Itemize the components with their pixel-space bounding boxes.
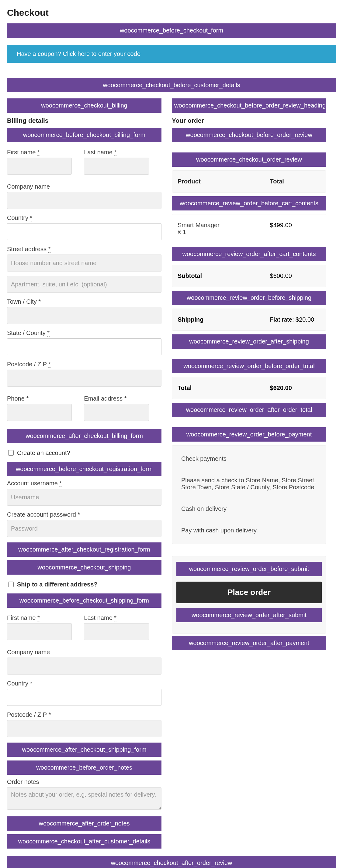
shipping-label: Shipping (172, 309, 264, 331)
billing-heading: Billing details (7, 117, 162, 124)
ship-different-label: Ship to a different address? (17, 581, 97, 588)
hook-review-before-shipping: woocommerce_review_order_before_shipping (172, 291, 326, 305)
billing-postcode-input[interactable] (7, 370, 162, 386)
subtotal-value: $600.00 (264, 265, 326, 287)
hook-checkout-billing: woocommerce_checkout_billing (7, 98, 162, 113)
account-password-input[interactable] (7, 520, 162, 537)
hook-before-billing-form: woocommerce_before_checkout_billing_form (7, 128, 162, 142)
place-order-button[interactable]: Place order (176, 582, 322, 603)
create-account-check-input[interactable] (8, 450, 14, 456)
billing-company-label: Company name (7, 183, 162, 190)
hook-before-registration-form: woocommerce_before_checkout_registration… (7, 462, 162, 476)
product-total: $499.00 (264, 214, 326, 243)
th-product: Product (172, 171, 264, 192)
hook-after-registration-form: woocommerce_after_checkout_registration_… (7, 542, 162, 557)
hook-before-shipping-form: woocommerce_before_checkout_shipping_for… (7, 593, 162, 608)
hook-before-order-review: woocommerce_checkout_before_order_review (172, 128, 326, 142)
billing-postcode-label: Postcode / ZIP * (7, 361, 162, 368)
th-total: Total (264, 171, 326, 192)
billing-address2-input[interactable] (7, 276, 162, 293)
shipping-last-name-input[interactable] (84, 623, 149, 640)
hook-checkout-shipping: woocommerce_checkout_shipping (7, 560, 162, 575)
billing-street-label: Street address * (7, 246, 162, 253)
billing-city-label: Town / City * (7, 298, 162, 305)
order-total-row: Total $620.00 (172, 377, 326, 399)
billing-last-name-input[interactable] (84, 158, 149, 175)
order-heading: Your order (172, 117, 326, 124)
shipping-country-input[interactable] (7, 689, 162, 706)
hook-before-order-notes: woocommerce_before_order_notes (7, 761, 162, 775)
shipping-postcode-input[interactable] (7, 720, 162, 737)
payment-cod-title[interactable]: Cash on delivery (172, 498, 326, 520)
hook-review-after-cart-contents: woocommerce_review_order_after_cart_cont… (172, 247, 326, 261)
billing-email-label: Email address * (84, 395, 149, 402)
shipping-first-name-input[interactable] (7, 623, 72, 640)
coupon-notice[interactable]: Have a coupon? Click here to enter your … (7, 45, 336, 63)
hook-review-after-order-total: woocommerce_review_order_after_order_tot… (172, 403, 326, 417)
hook-before-checkout-form: woocommerce_before_checkout_form (7, 23, 336, 38)
account-username-input[interactable] (7, 489, 162, 506)
shipping-company-label: Company name (7, 649, 162, 656)
payment-cod-desc: Pay with cash upon delivery. (172, 520, 326, 541)
billing-phone-input[interactable] (7, 404, 72, 421)
billing-phone-label: Phone * (7, 395, 72, 402)
hook-review-before-payment: woocommerce_review_order_before_payment (172, 427, 326, 442)
hook-checkout-after-order-review: woocommerce_checkout_after_order_review (7, 856, 336, 868)
create-account-checkbox[interactable]: Create an account? (7, 449, 162, 457)
order-subtotal-row: Subtotal $600.00 (172, 265, 326, 287)
hook-review-before-cart-contents: woocommerce_review_order_before_cart_con… (172, 196, 326, 211)
hook-before-customer-details: woocommerce_checkout_before_customer_det… (7, 78, 336, 92)
hook-review-after-payment: woocommerce_review_order_after_payment (172, 636, 326, 650)
order-item-row: Smart Manager × 1 $499.00 (172, 214, 326, 243)
payment-check-title[interactable]: Check payments (172, 448, 326, 469)
shipping-country-label: Country * (7, 680, 162, 687)
billing-first-name-label: First name * (7, 149, 72, 156)
billing-state-input[interactable] (7, 338, 162, 355)
hook-after-order-notes: woocommerce_after_order_notes (7, 816, 162, 831)
hook-review-before-submit: woocommerce_review_order_before_submit (176, 562, 322, 576)
billing-address1-input[interactable] (7, 254, 162, 272)
shipping-first-name-label: First name * (7, 614, 72, 621)
total-label: Total (172, 377, 264, 399)
billing-company-input[interactable] (7, 192, 162, 209)
order-notes-input[interactable] (7, 787, 162, 810)
ship-different-checkbox[interactable]: Ship to a different address? (7, 581, 162, 588)
account-username-label: Account username * (7, 480, 162, 487)
payment-methods: Check payments Please send a check to St… (172, 445, 326, 544)
ship-different-check-input[interactable] (8, 582, 14, 587)
shipping-value: Flat rate: $20.00 (264, 309, 326, 331)
total-value: $620.00 (264, 377, 326, 399)
billing-city-input[interactable] (7, 307, 162, 324)
billing-state-label: State / County * (7, 330, 162, 337)
billing-first-name-input[interactable] (7, 158, 72, 175)
hook-after-billing-form: woocommerce_after_checkout_billing_form (7, 429, 162, 443)
hook-review-after-shipping: woocommerce_review_order_after_shipping (172, 334, 326, 349)
order-notes-label: Order notes (7, 778, 162, 785)
account-password-label: Create account password * (7, 511, 162, 518)
billing-email-input[interactable] (84, 404, 149, 421)
order-table-header: Product Total (172, 170, 326, 192)
subtotal-label: Subtotal (172, 265, 264, 287)
hook-after-customer-details: woocommerce_checkout_after_customer_deta… (7, 834, 162, 848)
product-qty: × 1 (178, 229, 259, 236)
hook-review-before-order-total: woocommerce_review_order_before_order_to… (172, 359, 326, 373)
billing-country-input[interactable] (7, 223, 162, 240)
hook-before-order-review-heading: woocommerce_checkout_before_order_review… (172, 98, 326, 113)
hook-after-shipping-form: woocommerce_after_checkout_shipping_form (7, 743, 162, 757)
shipping-company-input[interactable] (7, 657, 162, 675)
billing-country-label: Country * (7, 214, 162, 221)
submit-area: woocommerce_review_order_before_submit P… (172, 556, 326, 633)
hook-order-review: woocommerce_checkout_order_review (172, 152, 326, 167)
payment-check-desc: Please send a check to Store Name, Store… (172, 469, 326, 498)
hook-review-after-submit: woocommerce_review_order_after_submit (176, 608, 322, 622)
billing-last-name-label: Last name * (84, 149, 149, 156)
shipping-postcode-label: Postcode / ZIP * (7, 711, 162, 718)
product-name: Smart Manager (178, 222, 259, 229)
order-shipping-row: Shipping Flat rate: $20.00 (172, 309, 326, 331)
shipping-last-name-label: Last name * (84, 614, 149, 621)
page-title: Checkout (7, 8, 336, 18)
create-account-label: Create an account? (17, 450, 70, 457)
